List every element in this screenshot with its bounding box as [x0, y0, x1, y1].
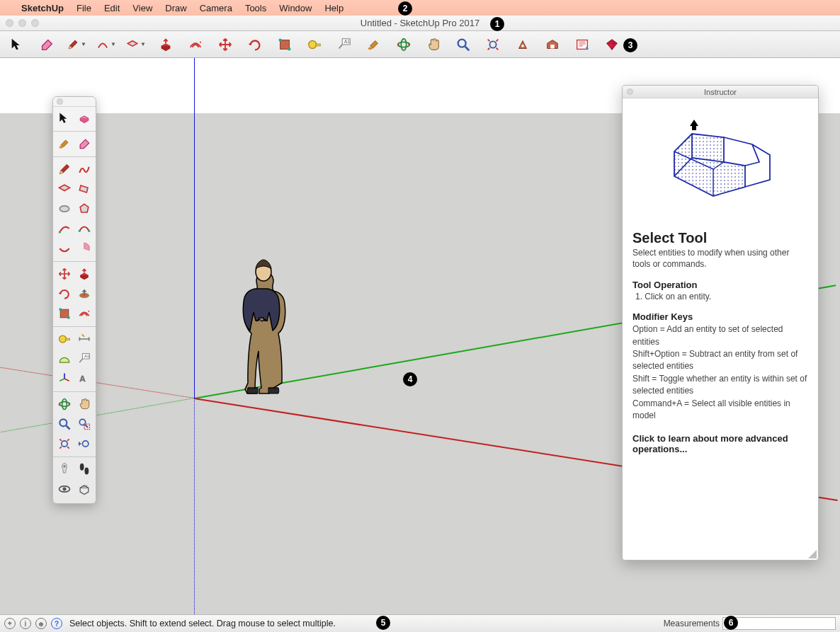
3pt-arc-tool[interactable] [55, 239, 74, 258]
text-tool[interactable]: A1 [75, 350, 93, 368]
freehand-tool[interactable] [75, 160, 93, 178]
large-toolset[interactable]: A1A [52, 96, 96, 504]
maximize-window-button[interactable] [31, 19, 39, 27]
instructor-panel[interactable]: Instructor Select Tool Select entities t… [622, 85, 819, 561]
arc-tool[interactable] [55, 219, 74, 238]
shape-tools[interactable]: ▼ [126, 35, 146, 54]
3dtext-tool[interactable]: A [75, 369, 93, 388]
offset-tool[interactable] [186, 35, 205, 54]
menu-draw[interactable]: Draw [165, 3, 186, 13]
pushpull-tool[interactable] [156, 35, 176, 54]
instructor-learn-more-link[interactable]: Click to learn about more advanced opera… [632, 433, 808, 454]
status-bar: ⌖ i ☻ ? Select objects. Shift to extend … [0, 614, 840, 632]
menu-camera[interactable]: Camera [200, 3, 232, 13]
minimize-window-button[interactable] [18, 19, 26, 27]
add-location[interactable] [513, 35, 533, 54]
axes-tool[interactable] [55, 369, 74, 388]
prevview-tool[interactable] [75, 435, 93, 453]
geolocation-icon[interactable]: ⌖ [4, 618, 16, 629]
2pt-arc-tool[interactable] [75, 219, 93, 238]
move-tool[interactable] [215, 35, 235, 54]
pan-tool[interactable] [75, 395, 93, 413]
svg-point-17 [59, 206, 69, 212]
eraser-tool[interactable] [75, 134, 93, 153]
pie-tool[interactable] [75, 239, 93, 258]
walk-tool[interactable] [75, 460, 93, 478]
move-tool[interactable] [55, 265, 74, 283]
scale-tool[interactable] [55, 304, 74, 323]
svg-point-10 [458, 39, 466, 47]
position-camera[interactable] [55, 460, 74, 478]
line-tools[interactable]: ▼ [67, 35, 86, 54]
pan-tool[interactable] [424, 35, 443, 54]
circle-tool[interactable] [55, 200, 74, 218]
menu-help[interactable]: Help [324, 3, 344, 13]
followme-tool[interactable] [75, 285, 93, 303]
svg-point-20 [88, 230, 90, 232]
ext-warehouse[interactable] [602, 35, 622, 54]
pushpull-tool[interactable] [75, 265, 93, 283]
text-tool[interactable]: A1 [334, 35, 354, 54]
svg-text:A1: A1 [344, 39, 350, 44]
zoom-extents-tool[interactable] [55, 435, 74, 453]
scale-figure [235, 256, 288, 398]
close-palette-button[interactable] [57, 98, 63, 105]
section-tool[interactable] [75, 480, 93, 498]
svg-point-19 [79, 230, 81, 232]
eraser-tool[interactable] [37, 35, 57, 54]
instructor-description: Select entities to modify when using oth… [632, 248, 808, 270]
protractor-tool[interactable] [55, 350, 74, 368]
app-name[interactable]: SketchUp [21, 3, 64, 13]
make-component[interactable] [75, 109, 93, 127]
measurements-label: Measurements [664, 619, 720, 628]
zoom-tool[interactable] [55, 415, 74, 433]
rotated-rect-tool[interactable] [75, 180, 93, 198]
mac-menubar: SketchUp File Edit View Draw Camera Tool… [0, 0, 840, 16]
orbit-tool[interactable] [55, 395, 74, 413]
menu-view[interactable]: View [132, 3, 152, 13]
instructor-titlebar[interactable]: Instructor [623, 86, 818, 98]
layout-tool[interactable] [572, 35, 592, 54]
tape-tool[interactable] [305, 35, 324, 54]
user-icon[interactable]: ☻ [35, 618, 47, 629]
tape-tool[interactable] [55, 330, 74, 348]
select-tool[interactable] [55, 109, 74, 127]
svg-rect-0 [280, 40, 290, 49]
get-models[interactable] [543, 35, 562, 54]
orbit-tool[interactable] [394, 35, 414, 54]
svg-point-35 [62, 441, 67, 447]
paint-tool[interactable] [364, 35, 384, 54]
credits-icon[interactable]: i [20, 618, 31, 629]
close-window-button[interactable] [6, 19, 13, 27]
menu-tools[interactable]: Tools [245, 3, 266, 13]
offset-tool[interactable] [75, 304, 93, 323]
rotate-tool[interactable] [245, 35, 265, 54]
callout-4: 4 [403, 372, 417, 386]
zoom-window-tool[interactable] [75, 415, 93, 433]
resize-grip[interactable] [808, 550, 817, 558]
callout-5: 5 [376, 616, 390, 630]
zoom-extents-tool[interactable] [483, 35, 503, 54]
menu-edit[interactable]: Edit [104, 3, 120, 13]
rotate-tool[interactable] [55, 285, 74, 303]
rectangle-tool[interactable] [55, 180, 74, 198]
look-tool[interactable] [55, 480, 74, 498]
instructor-illustration [632, 105, 808, 226]
select-tool[interactable] [7, 35, 27, 54]
line-tool[interactable] [55, 160, 74, 178]
help-icon[interactable]: ? [51, 618, 62, 629]
menu-file[interactable]: File [76, 3, 91, 13]
arc-tools[interactable]: ▼ [96, 35, 116, 54]
callout-6: 6 [724, 616, 738, 630]
menu-window[interactable]: Window [279, 3, 312, 13]
instructor-body: Select Tool Select entities to modify wh… [623, 98, 818, 560]
zoom-tool[interactable] [453, 35, 473, 54]
close-instructor-button[interactable] [627, 88, 633, 95]
scale-tool[interactable] [275, 35, 295, 54]
polygon-tool[interactable] [75, 200, 93, 218]
instructor-title: Instructor [704, 88, 737, 96]
measurements-input[interactable] [722, 617, 836, 630]
dimension-tool[interactable] [75, 330, 93, 348]
palette-header[interactable] [53, 97, 96, 107]
paint-tool[interactable] [55, 134, 74, 153]
